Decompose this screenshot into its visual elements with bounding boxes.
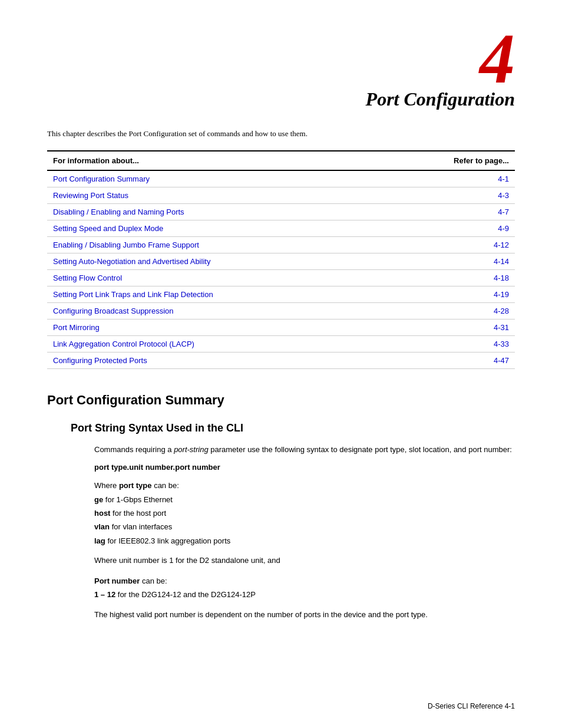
section2-heading: Port String Syntax Used in the CLI: [71, 422, 515, 434]
toc-row: Port Mirroring4-31: [47, 319, 515, 335]
lag-desc: for IEEE802.3 link aggregation ports: [105, 536, 230, 545]
ge-desc: for 1-Gbps Ethernet: [103, 495, 173, 504]
port-number-range-desc: for the D2G124-12 and the D2G124-12P: [115, 590, 256, 599]
toc-page-ref[interactable]: 4-3: [384, 187, 515, 203]
toc-page-ref[interactable]: 4-33: [384, 335, 515, 352]
toc-topic[interactable]: Configuring Protected Ports: [47, 352, 384, 368]
port-number-block: Port number can be: 1 – 12 for the D2G12…: [94, 574, 515, 602]
toc-col1-header: For information about...: [47, 151, 384, 170]
toc-page-ref[interactable]: 4-18: [384, 269, 515, 286]
toc-topic[interactable]: Setting Port Link Traps and Link Flap De…: [47, 286, 384, 302]
toc-topic[interactable]: Link Aggregation Control Protocol (LACP): [47, 335, 384, 352]
code-line: port type.unit number.port number: [94, 463, 515, 472]
toc-topic[interactable]: Enabling / Disabling Jumbo Frame Support: [47, 236, 384, 253]
toc-page-ref[interactable]: 4-31: [384, 319, 515, 335]
host-desc: for the host port: [110, 509, 166, 518]
toc-page-ref[interactable]: 4-9: [384, 220, 515, 236]
unit-number-bold: unit number: [119, 556, 160, 565]
toc-page-ref[interactable]: 4-14: [384, 253, 515, 269]
toc-row: Disabling / Enabling and Naming Ports4-7: [47, 203, 515, 220]
toc-row: Setting Speed and Duplex Mode4-9: [47, 220, 515, 236]
vlan-desc: for vlan interfaces: [110, 522, 172, 531]
highest-valid-text: The highest valid port number is depende…: [94, 609, 515, 621]
toc-page-ref[interactable]: 4-12: [384, 236, 515, 253]
chapter-header: 4 Port Configuration: [47, 24, 515, 110]
toc-row: Setting Port Link Traps and Link Flap De…: [47, 286, 515, 302]
toc-page-ref[interactable]: 4-47: [384, 352, 515, 368]
toc-topic[interactable]: Configuring Broadcast Suppression: [47, 302, 384, 319]
toc-row: Link Aggregation Control Protocol (LACP)…: [47, 335, 515, 352]
toc-page-ref[interactable]: 4-7: [384, 203, 515, 220]
page: 4 Port Configuration This chapter descri…: [0, 0, 562, 728]
toc-row: Reviewing Port Status4-3: [47, 187, 515, 203]
ge-type: ge: [94, 495, 103, 504]
toc-row: Configuring Protected Ports4-47: [47, 352, 515, 368]
toc-table: For information about... Refer to page..…: [47, 150, 515, 369]
toc-topic[interactable]: Port Configuration Summary: [47, 170, 384, 187]
port-number-label: Port number: [94, 577, 140, 585]
chapter-title: Port Configuration: [47, 88, 515, 110]
toc-page-ref[interactable]: 4-19: [384, 286, 515, 302]
port-number-range-bold: 1 – 12: [94, 590, 115, 599]
lag-type: lag: [94, 536, 105, 545]
toc-row: Setting Auto-Negotiation and Advertised …: [47, 253, 515, 269]
section1-heading: Port Configuration Summary: [47, 393, 515, 410]
toc-topic[interactable]: Setting Auto-Negotiation and Advertised …: [47, 253, 384, 269]
toc-row: Enabling / Disabling Jumbo Frame Support…: [47, 236, 515, 253]
port-type-block: Where port type can be: ge for 1-Gbps Et…: [94, 479, 515, 548]
body-intro: Commands requiring a port-string paramet…: [94, 444, 515, 456]
toc-col2-header: Refer to page...: [384, 151, 515, 170]
port-type-intro: Where port type can be:: [94, 481, 179, 490]
footer: D-Series CLI Reference 4-1: [428, 702, 515, 710]
chapter-number: 4: [47, 24, 515, 94]
toc-row: Configuring Broadcast Suppression4-28: [47, 302, 515, 319]
toc-topic[interactable]: Port Mirroring: [47, 319, 384, 335]
intro-text: This chapter describes the Port Configur…: [47, 128, 515, 140]
toc-page-ref[interactable]: 4-1: [384, 170, 515, 187]
toc-topic[interactable]: Setting Flow Control: [47, 269, 384, 286]
toc-page-ref[interactable]: 4-28: [384, 302, 515, 319]
host-type: host: [94, 509, 110, 518]
toc-row: Setting Flow Control4-18: [47, 269, 515, 286]
toc-topic[interactable]: Setting Speed and Duplex Mode: [47, 220, 384, 236]
port-number-can-be: can be:: [140, 577, 167, 585]
toc-row: Port Configuration Summary4-1: [47, 170, 515, 187]
toc-topic[interactable]: Reviewing Port Status: [47, 187, 384, 203]
toc-topic[interactable]: Disabling / Enabling and Naming Ports: [47, 203, 384, 220]
vlan-type: vlan: [94, 522, 110, 531]
unit-number-text: Where unit number is 1 for the D2 standa…: [94, 555, 515, 567]
port-string-italic: port-string: [174, 445, 209, 454]
